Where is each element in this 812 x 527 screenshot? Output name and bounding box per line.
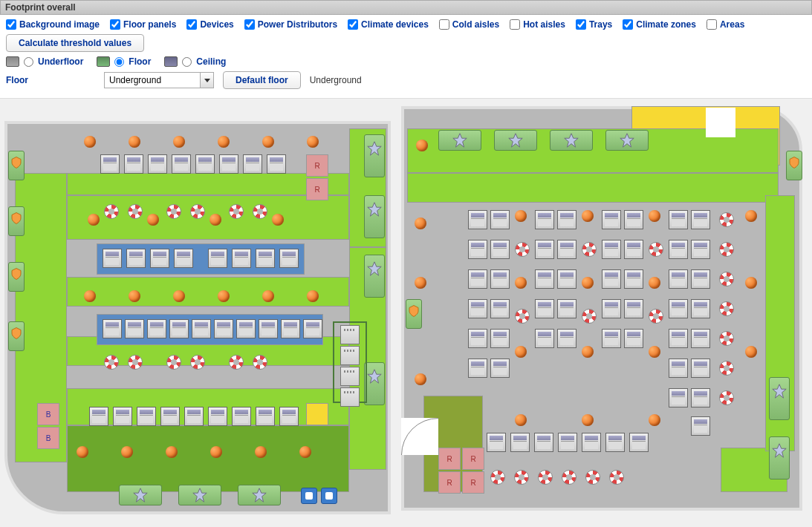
marker-r[interactable]: R [438, 448, 461, 470]
marker-r[interactable]: R [462, 448, 484, 470]
sensor-dot[interactable] [272, 214, 284, 226]
climate-device-icon[interactable] [166, 204, 181, 219]
sensor-dot[interactable] [745, 277, 757, 289]
device-rack[interactable] [256, 249, 275, 268]
climate-device-icon[interactable] [229, 204, 244, 219]
device-rack[interactable] [169, 319, 189, 338]
sensor-dot[interactable] [262, 136, 274, 148]
sensor-dot[interactable] [649, 277, 660, 289]
radio-underfloor[interactable] [24, 57, 33, 67]
sensor-dot[interactable] [515, 210, 527, 222]
sensor-dot[interactable] [262, 290, 274, 302]
climate-device-icon[interactable] [562, 470, 576, 485]
device-rack[interactable] [624, 329, 643, 348]
device-rack[interactable] [691, 240, 710, 259]
device-rack[interactable] [279, 249, 299, 268]
device-rack[interactable] [148, 154, 167, 174]
device-rack[interactable] [602, 240, 621, 259]
radio-floor[interactable] [114, 57, 124, 67]
device-rack[interactable] [137, 407, 156, 426]
device-rack[interactable] [624, 269, 643, 289]
checkbox-zones[interactable] [623, 19, 633, 30]
device-rack[interactable] [557, 299, 576, 318]
device-rack[interactable] [192, 319, 211, 338]
device-rack[interactable] [468, 240, 487, 259]
device-rack[interactable] [534, 433, 553, 452]
climate-device-icon[interactable] [609, 470, 624, 485]
sensor-dot[interactable] [88, 214, 100, 226]
climate-device-icon[interactable] [490, 470, 505, 485]
device-rack[interactable] [468, 359, 487, 378]
climate-device-icon[interactable] [719, 331, 734, 346]
cooling-icon[interactable] [301, 488, 317, 504]
sensor-dot[interactable] [173, 136, 185, 148]
sensor-dot[interactable] [255, 446, 267, 458]
sensor-dot[interactable] [415, 373, 426, 385]
ac-unit-icon[interactable] [340, 367, 360, 386]
climate-device-icon[interactable] [128, 355, 143, 370]
device-rack[interactable] [124, 154, 143, 174]
device-rack[interactable] [490, 210, 510, 229]
device-rack[interactable] [691, 329, 710, 348]
device-rack[interactable] [691, 299, 710, 318]
check-floor-panels[interactable]: Floor panels [110, 19, 176, 30]
device-rack[interactable] [535, 329, 554, 348]
device-rack[interactable] [256, 407, 275, 426]
device-rack[interactable] [557, 269, 576, 289]
sensor-dot[interactable] [515, 277, 527, 289]
sensor-dot[interactable] [582, 277, 594, 289]
device-rack[interactable] [535, 299, 554, 318]
climate-device-icon[interactable] [166, 355, 181, 370]
device-rack[interactable] [691, 388, 710, 407]
sensor-dot[interactable] [121, 446, 133, 458]
device-rack[interactable] [208, 407, 227, 426]
ac-unit-icon[interactable] [340, 325, 360, 344]
checkbox-hot[interactable] [510, 19, 520, 30]
climate-device-icon[interactable] [104, 355, 119, 370]
climate-device-icon[interactable] [582, 242, 597, 257]
sensor-dot[interactable] [582, 414, 594, 426]
sensor-dot[interactable] [210, 446, 222, 458]
climate-device-icon[interactable] [253, 355, 267, 370]
climate-device-icon[interactable] [649, 309, 663, 324]
device-rack[interactable] [174, 249, 193, 268]
device-rack[interactable] [490, 329, 510, 348]
sensor-dot[interactable] [129, 290, 140, 302]
tile-yellow[interactable] [306, 403, 328, 425]
device-rack[interactable] [232, 407, 251, 426]
climate-device-icon[interactable] [514, 470, 529, 485]
layer-underfloor[interactable]: Underfloor [6, 56, 83, 67]
device-rack[interactable] [669, 359, 688, 378]
checkbox-climate[interactable] [348, 19, 358, 30]
device-rack[interactable] [669, 269, 688, 289]
check-hot-aisles[interactable]: Hot aisles [510, 19, 565, 30]
device-rack[interactable] [582, 433, 601, 452]
sensor-dot[interactable] [649, 414, 660, 426]
device-rack[interactable] [624, 210, 643, 229]
device-rack[interactable] [219, 154, 238, 174]
device-rack[interactable] [208, 249, 227, 268]
device-rack[interactable] [195, 154, 215, 174]
device-rack[interactable] [468, 210, 487, 229]
climate-device-icon[interactable] [515, 309, 530, 324]
device-rack[interactable] [281, 319, 300, 338]
device-rack[interactable] [602, 299, 621, 318]
device-rack[interactable] [669, 299, 688, 318]
sensor-dot[interactable] [218, 290, 230, 302]
check-cold-aisles[interactable]: Cold aisles [439, 19, 499, 30]
device-rack[interactable] [150, 249, 169, 268]
device-rack[interactable] [160, 407, 180, 426]
check-trays[interactable]: Trays [576, 19, 612, 30]
climate-device-icon[interactable] [719, 272, 734, 287]
check-power[interactable]: Power Distributors [244, 19, 337, 30]
sensor-dot[interactable] [649, 346, 660, 358]
sensor-dot[interactable] [649, 210, 660, 222]
device-rack[interactable] [267, 154, 286, 174]
device-rack[interactable] [510, 433, 530, 452]
sensor-dot[interactable] [210, 214, 221, 226]
device-rack[interactable] [100, 154, 120, 174]
check-background-image[interactable]: Background image [6, 19, 100, 30]
device-rack[interactable] [490, 299, 510, 318]
device-rack[interactable] [279, 407, 299, 426]
checkbox-bg[interactable] [6, 19, 16, 30]
